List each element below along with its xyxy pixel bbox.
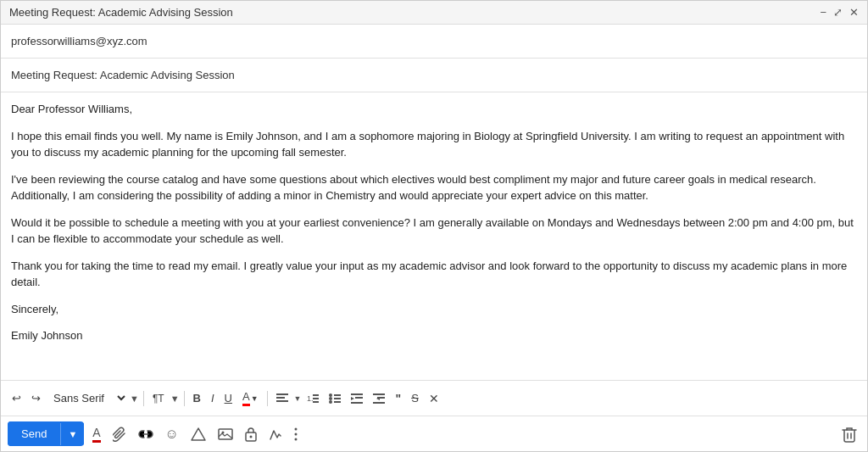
close-button[interactable]: ✕ <box>849 6 859 19</box>
email-signature: Emily Johnson <box>11 327 857 344</box>
clear-formatting-button[interactable]: ✕ <box>425 389 443 408</box>
indent-increase-button[interactable] <box>369 391 389 406</box>
svg-rect-11 <box>334 398 341 399</box>
align-button[interactable] <box>272 391 292 406</box>
attachment-button[interactable] <box>109 423 130 445</box>
svg-rect-13 <box>351 393 363 395</box>
ordered-list-button[interactable]: 1. <box>303 391 323 406</box>
window-controls: − ⤢ ✕ <box>820 6 859 19</box>
compose-window: Meeting Request: Academic Advising Sessi… <box>0 0 868 452</box>
svg-rect-15 <box>355 397 363 399</box>
title-bar: Meeting Request: Academic Advising Sessi… <box>1 1 867 25</box>
italic-button[interactable]: I <box>207 389 219 407</box>
email-paragraph-2: I've been reviewing the course catalog a… <box>11 171 857 204</box>
send-dropdown-button[interactable]: ▼ <box>60 423 84 445</box>
svg-point-28 <box>294 432 297 435</box>
signature-button[interactable] <box>265 424 286 444</box>
emoji-button[interactable]: ☺ <box>162 423 182 445</box>
font-size-arrow: ▼ <box>170 393 180 404</box>
font-family-select[interactable]: Sans Serif Serif Monospace <box>47 389 128 407</box>
to-field[interactable]: professorwilliams@xyz.com <box>11 31 857 51</box>
send-button-group: Send ▼ <box>8 421 84 446</box>
strikethrough-button[interactable]: S <box>407 389 423 407</box>
bold-button[interactable]: B <box>189 389 205 407</box>
svg-marker-22 <box>192 428 205 440</box>
svg-rect-2 <box>276 400 288 402</box>
send-button[interactable]: Send <box>8 421 60 446</box>
svg-rect-1 <box>276 397 285 399</box>
subject-field[interactable]: Meeting Request: Academic Advising Sessi… <box>11 65 857 85</box>
svg-point-27 <box>294 427 297 430</box>
indent-decrease-button[interactable] <box>347 391 367 406</box>
insert-link-button[interactable] <box>135 425 157 444</box>
email-greeting: Dear Professor Williams, <box>11 101 857 118</box>
email-body[interactable]: Dear Professor Williams, I hope this ema… <box>1 92 867 380</box>
svg-point-7 <box>329 393 332 397</box>
email-subject-row: Meeting Request: Academic Advising Sessi… <box>1 59 867 92</box>
svg-point-8 <box>329 397 332 400</box>
blockquote-button[interactable]: " <box>391 389 405 408</box>
svg-point-9 <box>329 400 332 404</box>
email-paragraph-4: Thank you for taking the time to read my… <box>11 258 857 291</box>
underline-button[interactable]: U <box>220 389 236 407</box>
separator-3 <box>267 391 268 406</box>
svg-rect-20 <box>373 402 385 404</box>
confidential-button[interactable] <box>242 423 260 445</box>
email-paragraph-1: I hope this email finds you well. My nam… <box>11 128 857 161</box>
formatting-toolbar-area: ↩ ↪ Sans Serif Serif Monospace ▼ ¶T ▼ B … <box>1 380 867 416</box>
font-size-button[interactable]: ¶T <box>148 390 169 407</box>
svg-rect-19 <box>377 397 385 399</box>
svg-rect-6 <box>313 401 319 403</box>
minimize-button[interactable]: − <box>820 6 826 19</box>
email-to-row: professorwilliams@xyz.com <box>1 25 867 59</box>
restore-button[interactable]: ⤢ <box>833 6 843 19</box>
undo-button[interactable]: ↩ <box>8 389 25 407</box>
svg-rect-12 <box>334 401 341 403</box>
svg-marker-14 <box>351 397 354 400</box>
svg-rect-4 <box>313 394 319 396</box>
redo-button[interactable]: ↪ <box>27 389 45 407</box>
font-color-bottom-button[interactable]: A <box>89 422 103 446</box>
more-options-button[interactable] <box>291 424 301 444</box>
svg-point-26 <box>249 435 252 438</box>
font-family-arrow: ▼ <box>130 393 139 404</box>
email-closing: Sincerely, <box>11 301 857 318</box>
send-dropdown-arrow: ▼ <box>68 429 77 439</box>
formatting-toolbar: ↩ ↪ Sans Serif Serif Monospace ▼ ¶T ▼ B … <box>8 384 860 412</box>
drive-button[interactable] <box>187 424 209 444</box>
separator-2 <box>184 391 185 406</box>
window-title: Meeting Request: Academic Advising Sessi… <box>9 6 233 19</box>
font-color-button[interactable]: A ▼ <box>238 388 263 409</box>
email-paragraph-3: Would it be possible to schedule a meeti… <box>11 215 857 248</box>
svg-rect-10 <box>334 394 341 396</box>
insert-photo-button[interactable] <box>214 425 236 444</box>
svg-point-29 <box>294 438 297 440</box>
discard-button[interactable] <box>838 422 860 446</box>
unordered-list-button[interactable] <box>325 391 345 406</box>
bottom-toolbar: Send ▼ A ☺ <box>1 416 867 451</box>
svg-rect-5 <box>313 398 319 399</box>
svg-rect-0 <box>276 393 288 395</box>
separator-1 <box>143 391 144 406</box>
align-arrow: ▼ <box>294 394 302 403</box>
svg-text:1.: 1. <box>307 394 314 403</box>
svg-rect-16 <box>351 402 363 404</box>
svg-rect-17 <box>373 393 385 395</box>
